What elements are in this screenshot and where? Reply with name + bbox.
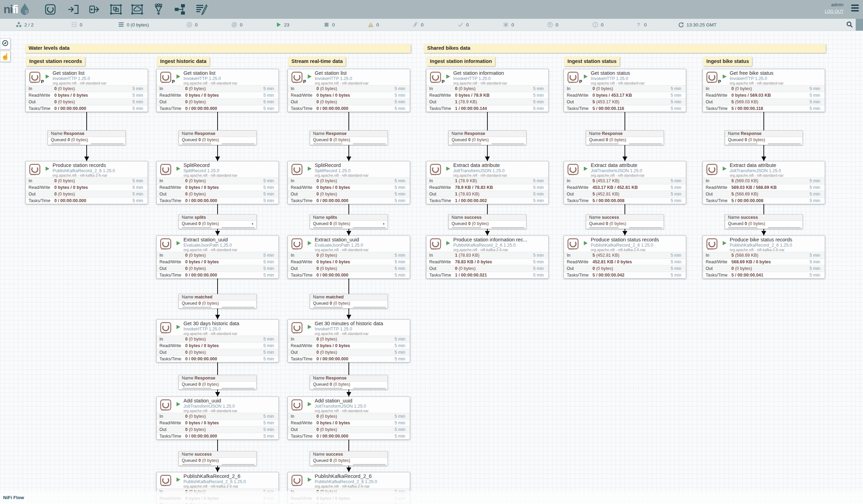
processor-titles: Produce station records PublishKafkaReco… bbox=[53, 162, 146, 177]
process-group-tool-icon[interactable] bbox=[110, 3, 122, 15]
connection-label[interactable]: Name Response Queued 0 (0 bytes)◐ bbox=[179, 375, 257, 390]
section-label[interactable]: Ingest historic data bbox=[157, 57, 210, 66]
logout-link[interactable]: LOG OUT bbox=[825, 9, 844, 14]
connection-name-row: Name success bbox=[310, 451, 387, 458]
section-label[interactable]: Ingest station information bbox=[427, 57, 495, 66]
processor-node[interactable]: P Get 30 days historic data InvokeHTTP 1… bbox=[156, 319, 279, 362]
processor-node[interactable]: P Add station_uuid JoltTransformJSON 1.2… bbox=[156, 397, 279, 440]
processor-node[interactable]: P Get station information InvokeHTTP 1.2… bbox=[426, 69, 549, 112]
processor-node[interactable]: P Get 30 minutes of historic data Invoke… bbox=[288, 319, 410, 362]
processor-node[interactable]: P Get station status InvokeHTTP 1.25.0 o… bbox=[564, 69, 686, 112]
stat-row-out: Out0 (0 bytes)5 min bbox=[426, 265, 548, 272]
connection-label[interactable]: Name Response Queued 0 (0 bytes)◐ bbox=[586, 130, 664, 145]
processor-bundle: org.apache.nifi - nifi-standard-nar bbox=[453, 173, 547, 177]
processor-node[interactable]: P Extract data attribute JoltTransformJS… bbox=[564, 161, 686, 204]
connection-label[interactable]: Name success Queued 0 (0 bytes)◐ bbox=[586, 214, 664, 229]
flow-canvas[interactable]: Water levels dataShared bikes dataIngest… bbox=[0, 31, 863, 504]
connection-label[interactable]: Name Response Queued 0 (0 bytes)◐ bbox=[310, 375, 388, 390]
processor-node[interactable]: P Produce bike status records PublishKaf… bbox=[703, 235, 825, 279]
template-tool-icon[interactable] bbox=[174, 3, 186, 15]
processor-node[interactable]: P Add station_uuid JoltTransformJSON 1.2… bbox=[288, 397, 410, 440]
stat-row-in: In5 (452.81 KB)5 min bbox=[564, 252, 686, 258]
queue-size-bars bbox=[48, 143, 125, 145]
connection-arrowhead bbox=[346, 315, 351, 319]
connection-label[interactable]: Name matched Queued 0 (0 bytes)◐ bbox=[310, 294, 388, 309]
queued-count: 0 (0 bytes) bbox=[118, 19, 149, 31]
processor-icon: P bbox=[291, 71, 303, 83]
connection-label[interactable]: Name Response Queued 0 (0 bytes)◐ bbox=[310, 130, 388, 145]
processor-node[interactable]: P Produce station records PublishKafkaRe… bbox=[25, 161, 148, 204]
refresh-status[interactable]: 13:30:25 GMT bbox=[678, 19, 716, 31]
running-status-icon bbox=[723, 241, 727, 245]
queue-size-bars bbox=[449, 143, 526, 145]
connection-label[interactable]: Name success Queued 0 (0 bytes)◐ bbox=[179, 451, 257, 466]
stat-row-out: Out0 (0 bytes)5 min bbox=[26, 98, 148, 105]
refresh-icon[interactable] bbox=[678, 22, 684, 28]
hamburger-icon bbox=[851, 7, 859, 13]
search-button[interactable] bbox=[846, 21, 853, 29]
connection-label[interactable]: Name Response Queued 0 (0 bytes)◐ bbox=[48, 130, 126, 145]
group-label[interactable]: Water levels data bbox=[25, 44, 411, 53]
processor-bundle: org.apache.nifi - nifi-kafka-2-6-nar bbox=[315, 484, 408, 488]
processor-tool-icon[interactable] bbox=[44, 3, 56, 15]
not-transmitting-count: 0 bbox=[231, 19, 243, 31]
section-label[interactable]: Stream real-time data bbox=[288, 57, 346, 66]
processor-node[interactable]: P Get station list InvokeHTTP 1.25.0 org… bbox=[288, 69, 410, 112]
group-label[interactable]: Shared bikes data bbox=[424, 44, 826, 53]
running-status-icon bbox=[176, 167, 180, 171]
breadcrumb-root[interactable]: NiFi Flow bbox=[3, 495, 24, 500]
processor-titles: SplitRecord SplitRecord 1.25.0 org.apach… bbox=[183, 162, 277, 177]
input-port-tool-icon[interactable] bbox=[67, 3, 79, 15]
label-tool-icon[interactable] bbox=[195, 3, 208, 15]
section-label[interactable]: Ingest station records bbox=[26, 57, 85, 66]
connection-label[interactable]: Name matched Queued 0 (0 bytes)◐ bbox=[179, 294, 257, 309]
processor-node[interactable]: P Extract station_uuid EvaluateJsonPath … bbox=[288, 235, 410, 279]
processor-node[interactable]: P Extract station_uuid EvaluateJsonPath … bbox=[156, 235, 279, 279]
processor-node[interactable]: P Get free bike status InvokeHTTP 1.25.0… bbox=[703, 69, 825, 112]
running-icon bbox=[275, 22, 282, 28]
stat-row-out: Out0 (0 bytes)5 min bbox=[288, 265, 410, 272]
processor-header: P Produce station status records Publish… bbox=[564, 236, 686, 252]
operate-palette-button[interactable]: ☝ bbox=[0, 51, 10, 62]
processor-node[interactable]: P Get station list InvokeHTTP 1.25.0 org… bbox=[156, 69, 279, 112]
connection-label[interactable]: Name splits Queued 0 (0 bytes)◐ bbox=[310, 214, 388, 229]
stat-row-tasks-time: Tasks/Time5 / 00:00:00.1165 min bbox=[564, 105, 686, 112]
processor-titles: Get 30 minutes of historic data InvokeHT… bbox=[315, 321, 408, 336]
processor-node[interactable]: P Extract data attribute JoltTransformJS… bbox=[426, 161, 549, 204]
output-port-tool-icon[interactable] bbox=[88, 3, 101, 15]
connection-arrowhead bbox=[622, 231, 627, 235]
connection-label[interactable]: Name Response Queued 0 (0 bytes)◐ bbox=[179, 130, 257, 145]
processor-bundle: org.apache.nifi - nifi-standard-nar bbox=[730, 173, 823, 177]
connection-label[interactable]: Name splits Queued 0 (0 bytes)◐ bbox=[179, 214, 257, 229]
processor-node[interactable]: P Get station list InvokeHTTP 1.25.0 org… bbox=[25, 69, 148, 112]
processor-node[interactable]: P SplitRecord SplitRecord 1.25.0 org.apa… bbox=[156, 161, 279, 204]
section-label[interactable]: Ingest bike status bbox=[703, 57, 752, 66]
global-menu-button[interactable] bbox=[851, 5, 859, 13]
stat-row-in: In5 (453.17 KB)5 min bbox=[564, 177, 686, 184]
processor-name: Get 30 days historic data bbox=[183, 321, 277, 327]
processor-node[interactable]: P Produce station information rec... Pub… bbox=[426, 235, 549, 279]
processor-node[interactable]: P SplitRecord SplitRecord 1.25.0 org.apa… bbox=[288, 161, 410, 204]
section-label[interactable]: Ingest station status bbox=[564, 57, 620, 66]
stat-row-read-write: Read/Write78.9 KB / 78.83 KB5 min bbox=[426, 184, 548, 191]
invalid-count: 0 bbox=[368, 19, 379, 31]
remote-process-group-tool-icon[interactable] bbox=[131, 3, 143, 15]
connection-label[interactable]: Name Response Queued 0 (0 bytes)◐ bbox=[725, 130, 803, 145]
processor-header: P Extract data attribute JoltTransformJS… bbox=[703, 161, 825, 177]
processor-stats: In5 (568.69 KB)5 min Read/Write568.69 KB… bbox=[703, 252, 825, 278]
processor-node[interactable]: P Produce station status records Publish… bbox=[564, 235, 686, 279]
connection-label[interactable]: Name Response Queued 0 (0 bytes)◐ bbox=[448, 130, 526, 145]
stat-row-out: Out0 (0 bytes)5 min bbox=[26, 191, 148, 197]
connection-label[interactable]: Name success Queued 0 (0 bytes)◐ bbox=[310, 451, 388, 466]
connection-label[interactable]: Name success Queued 0 (0 bytes)◐ bbox=[448, 214, 526, 229]
funnel-tool-icon[interactable] bbox=[152, 3, 165, 15]
stat-row-read-write: Read/Write78.83 KB / 0 bytes5 min bbox=[426, 258, 548, 265]
nifi-logo[interactable]: nifi bbox=[3, 2, 30, 16]
connection-queue-row: Queued 0 (0 bytes)◐ bbox=[310, 221, 387, 227]
processor-header: P Get 30 days historic data InvokeHTTP 1… bbox=[157, 320, 278, 336]
connection-label[interactable]: Name success Queued 0 (0 bytes)◐ bbox=[725, 214, 803, 229]
navigate-palette-button[interactable] bbox=[0, 38, 10, 49]
processor-header: P Get station status InvokeHTTP 1.25.0 o… bbox=[564, 69, 686, 85]
processor-node[interactable]: P Extract data attribute JoltTransformJS… bbox=[703, 161, 825, 204]
invalid-icon bbox=[368, 22, 374, 28]
